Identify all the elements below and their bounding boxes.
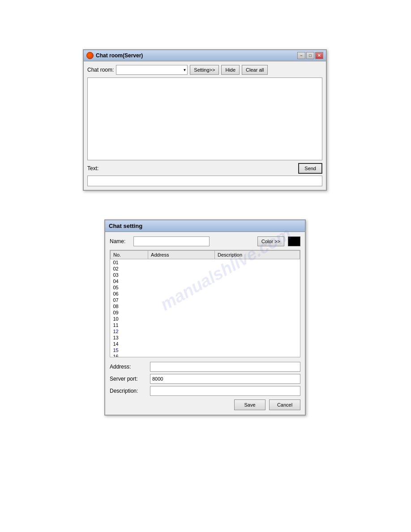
text-input[interactable]	[87, 176, 322, 186]
chat-setting-window: Chat setting Name: Color >> No. Address …	[104, 219, 306, 416]
row-no: 13	[111, 335, 148, 341]
button-row: Save Cancel	[110, 399, 300, 410]
row-address	[148, 266, 215, 272]
server-port-label: Server port:	[110, 376, 150, 382]
table-row[interactable]: 05	[111, 284, 300, 291]
cancel-button[interactable]: Cancel	[269, 399, 300, 410]
server-port-input[interactable]	[150, 374, 300, 384]
table-row[interactable]: 14	[111, 341, 300, 347]
setting-body: Name: Color >> No. Address Description 0…	[105, 232, 305, 415]
row-no: 07	[111, 297, 148, 303]
chat-room-title: Chat room(Server)	[96, 52, 143, 59]
row-address	[148, 309, 215, 316]
row-no: 16	[111, 353, 148, 357]
table-row[interactable]: 10	[111, 316, 300, 322]
titlebar-controls: − □ ✕	[297, 52, 323, 59]
row-address	[148, 335, 215, 341]
row-address	[148, 303, 215, 309]
row-no: 08	[111, 303, 148, 309]
color-swatch[interactable]	[288, 236, 300, 246]
name-input[interactable]	[133, 236, 210, 246]
row-description	[215, 297, 300, 303]
row-description	[215, 266, 300, 272]
row-no: 15	[111, 347, 148, 353]
table-row[interactable]: 03	[111, 272, 300, 278]
chat-room-select[interactable]	[116, 65, 188, 75]
name-label: Name:	[110, 238, 130, 245]
row-address	[148, 347, 215, 353]
minimize-button[interactable]: −	[297, 52, 305, 59]
save-button[interactable]: Save	[234, 399, 265, 410]
row-address	[148, 341, 215, 347]
table-row[interactable]: 13	[111, 335, 300, 341]
toolbar-row: Chat room: Setting>> Hide Clear all	[87, 65, 322, 75]
table-row[interactable]: 06	[111, 291, 300, 297]
row-address	[148, 284, 215, 291]
row-description	[215, 328, 300, 335]
col-address: Address	[148, 251, 215, 259]
row-no: 14	[111, 341, 148, 347]
row-description	[215, 341, 300, 347]
table-row[interactable]: 08	[111, 303, 300, 309]
hide-button[interactable]: Hide	[221, 65, 240, 75]
row-description	[215, 309, 300, 316]
table-row[interactable]: 09	[111, 309, 300, 316]
description-row: Description:	[110, 386, 300, 396]
row-address	[148, 259, 215, 266]
row-no: 05	[111, 284, 148, 291]
row-no: 06	[111, 291, 148, 297]
row-address	[148, 353, 215, 357]
chat-room-select-wrapper[interactable]	[116, 65, 188, 75]
row-description	[215, 316, 300, 322]
chat-display	[87, 77, 322, 160]
row-description	[215, 284, 300, 291]
flower-icon	[86, 52, 94, 59]
table-row[interactable]: 07	[111, 297, 300, 303]
description-input[interactable]	[150, 386, 300, 396]
chat-room-body: Chat room: Setting>> Hide Clear all Text…	[84, 61, 326, 190]
row-no: 04	[111, 278, 148, 284]
text-label: Text:	[87, 165, 98, 172]
row-address	[148, 278, 215, 284]
table-row[interactable]: 16	[111, 353, 300, 357]
maximize-button[interactable]: □	[306, 52, 314, 59]
row-address	[148, 316, 215, 322]
table-row[interactable]: 04	[111, 278, 300, 284]
address-table-container[interactable]: No. Address Description 0102030405060708…	[110, 250, 300, 357]
row-no: 02	[111, 266, 148, 272]
table-row[interactable]: 01	[111, 259, 300, 266]
setting-button[interactable]: Setting>>	[190, 65, 219, 75]
chat-room-titlebar: Chat room(Server) − □ ✕	[84, 50, 326, 61]
address-table-body: 010203040506070809101112131415161718	[111, 259, 300, 358]
name-row: Name: Color >>	[110, 236, 300, 246]
table-row[interactable]: 02	[111, 266, 300, 272]
row-no: 01	[111, 259, 148, 266]
setting-titlebar: Chat setting	[105, 220, 305, 232]
clear-all-button[interactable]: Clear all	[242, 65, 268, 75]
table-row[interactable]: 15	[111, 347, 300, 353]
row-address	[148, 272, 215, 278]
row-description	[215, 259, 300, 266]
row-no: 12	[111, 328, 148, 335]
send-button[interactable]: Send	[298, 163, 322, 174]
row-no: 11	[111, 322, 148, 328]
close-button[interactable]: ✕	[315, 52, 323, 59]
row-no: 03	[111, 272, 148, 278]
setting-form: Address: Server port: Description:	[110, 362, 300, 396]
row-description	[215, 322, 300, 328]
row-description	[215, 272, 300, 278]
chat-room-window: Chat room(Server) − □ ✕ Chat room: Setti…	[83, 49, 327, 191]
row-description	[215, 353, 300, 357]
row-description	[215, 335, 300, 341]
address-input[interactable]	[150, 362, 300, 372]
row-address	[148, 328, 215, 335]
table-header-row: No. Address Description	[111, 251, 300, 259]
table-row[interactable]: 11	[111, 322, 300, 328]
chat-room-label: Chat room:	[87, 67, 114, 73]
color-button[interactable]: Color >>	[257, 236, 284, 246]
server-port-row: Server port:	[110, 374, 300, 384]
table-row[interactable]: 12	[111, 328, 300, 335]
titlebar-left: Chat room(Server)	[86, 52, 143, 59]
col-description: Description	[215, 251, 300, 259]
address-row: Address:	[110, 362, 300, 372]
